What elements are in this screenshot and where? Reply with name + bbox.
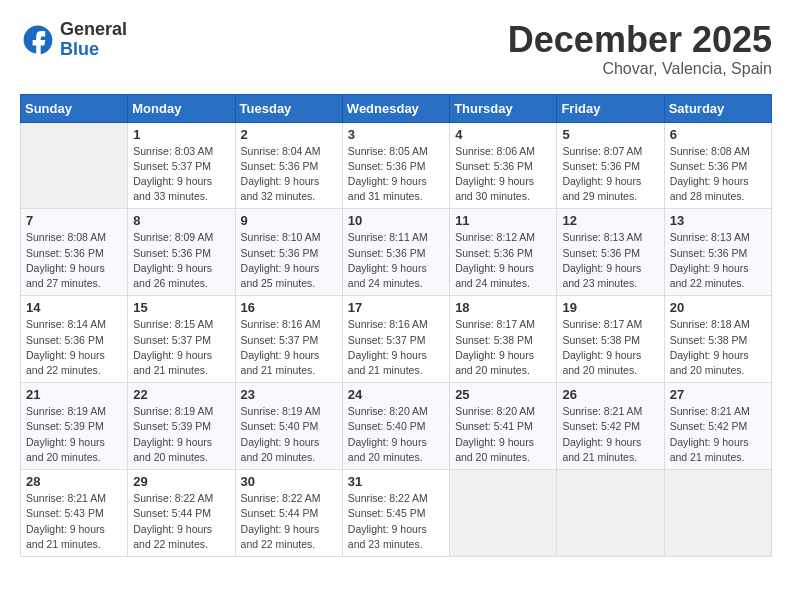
logo-icon	[20, 22, 56, 58]
day-number: 26	[562, 387, 658, 402]
logo: General Blue	[20, 20, 127, 60]
calendar-cell: 5Sunrise: 8:07 AMSunset: 5:36 PMDaylight…	[557, 122, 664, 209]
weekday-header: Wednesday	[342, 94, 449, 122]
day-number: 17	[348, 300, 444, 315]
page-header: General Blue December 2025 Chovar, Valen…	[20, 20, 772, 78]
calendar-cell: 18Sunrise: 8:17 AMSunset: 5:38 PMDayligh…	[450, 296, 557, 383]
day-info: Sunrise: 8:21 AMSunset: 5:43 PMDaylight:…	[26, 491, 122, 552]
day-info: Sunrise: 8:13 AMSunset: 5:36 PMDaylight:…	[562, 230, 658, 291]
day-info: Sunrise: 8:20 AMSunset: 5:40 PMDaylight:…	[348, 404, 444, 465]
day-number: 22	[133, 387, 229, 402]
day-number: 19	[562, 300, 658, 315]
day-info: Sunrise: 8:17 AMSunset: 5:38 PMDaylight:…	[562, 317, 658, 378]
calendar-cell	[450, 470, 557, 557]
calendar-header-row: SundayMondayTuesdayWednesdayThursdayFrid…	[21, 94, 772, 122]
calendar-cell: 29Sunrise: 8:22 AMSunset: 5:44 PMDayligh…	[128, 470, 235, 557]
day-info: Sunrise: 8:03 AMSunset: 5:37 PMDaylight:…	[133, 144, 229, 205]
day-number: 4	[455, 127, 551, 142]
calendar-week-row: 7Sunrise: 8:08 AMSunset: 5:36 PMDaylight…	[21, 209, 772, 296]
weekday-header: Sunday	[21, 94, 128, 122]
calendar-cell: 15Sunrise: 8:15 AMSunset: 5:37 PMDayligh…	[128, 296, 235, 383]
day-number: 29	[133, 474, 229, 489]
day-info: Sunrise: 8:21 AMSunset: 5:42 PMDaylight:…	[670, 404, 766, 465]
calendar-table: SundayMondayTuesdayWednesdayThursdayFrid…	[20, 94, 772, 557]
day-number: 24	[348, 387, 444, 402]
calendar-cell: 11Sunrise: 8:12 AMSunset: 5:36 PMDayligh…	[450, 209, 557, 296]
day-info: Sunrise: 8:12 AMSunset: 5:36 PMDaylight:…	[455, 230, 551, 291]
day-info: Sunrise: 8:18 AMSunset: 5:38 PMDaylight:…	[670, 317, 766, 378]
calendar-cell: 1Sunrise: 8:03 AMSunset: 5:37 PMDaylight…	[128, 122, 235, 209]
location: Chovar, Valencia, Spain	[508, 60, 772, 78]
day-info: Sunrise: 8:13 AMSunset: 5:36 PMDaylight:…	[670, 230, 766, 291]
day-info: Sunrise: 8:05 AMSunset: 5:36 PMDaylight:…	[348, 144, 444, 205]
day-info: Sunrise: 8:19 AMSunset: 5:39 PMDaylight:…	[133, 404, 229, 465]
calendar-cell: 3Sunrise: 8:05 AMSunset: 5:36 PMDaylight…	[342, 122, 449, 209]
logo-blue-text: Blue	[60, 40, 127, 60]
calendar-cell: 27Sunrise: 8:21 AMSunset: 5:42 PMDayligh…	[664, 383, 771, 470]
weekday-header: Thursday	[450, 94, 557, 122]
calendar-cell: 16Sunrise: 8:16 AMSunset: 5:37 PMDayligh…	[235, 296, 342, 383]
calendar-cell: 26Sunrise: 8:21 AMSunset: 5:42 PMDayligh…	[557, 383, 664, 470]
day-number: 15	[133, 300, 229, 315]
day-number: 10	[348, 213, 444, 228]
day-info: Sunrise: 8:07 AMSunset: 5:36 PMDaylight:…	[562, 144, 658, 205]
day-info: Sunrise: 8:20 AMSunset: 5:41 PMDaylight:…	[455, 404, 551, 465]
day-info: Sunrise: 8:22 AMSunset: 5:45 PMDaylight:…	[348, 491, 444, 552]
day-number: 27	[670, 387, 766, 402]
day-info: Sunrise: 8:22 AMSunset: 5:44 PMDaylight:…	[241, 491, 337, 552]
day-number: 21	[26, 387, 122, 402]
calendar-cell: 22Sunrise: 8:19 AMSunset: 5:39 PMDayligh…	[128, 383, 235, 470]
day-number: 3	[348, 127, 444, 142]
day-number: 6	[670, 127, 766, 142]
calendar-cell: 7Sunrise: 8:08 AMSunset: 5:36 PMDaylight…	[21, 209, 128, 296]
calendar-week-row: 21Sunrise: 8:19 AMSunset: 5:39 PMDayligh…	[21, 383, 772, 470]
logo-text: General Blue	[60, 20, 127, 60]
calendar-cell	[21, 122, 128, 209]
weekday-header: Monday	[128, 94, 235, 122]
day-number: 11	[455, 213, 551, 228]
calendar-week-row: 1Sunrise: 8:03 AMSunset: 5:37 PMDaylight…	[21, 122, 772, 209]
day-number: 20	[670, 300, 766, 315]
calendar-week-row: 14Sunrise: 8:14 AMSunset: 5:36 PMDayligh…	[21, 296, 772, 383]
day-number: 14	[26, 300, 122, 315]
day-info: Sunrise: 8:16 AMSunset: 5:37 PMDaylight:…	[348, 317, 444, 378]
day-number: 18	[455, 300, 551, 315]
calendar-cell: 8Sunrise: 8:09 AMSunset: 5:36 PMDaylight…	[128, 209, 235, 296]
calendar-cell: 4Sunrise: 8:06 AMSunset: 5:36 PMDaylight…	[450, 122, 557, 209]
day-number: 30	[241, 474, 337, 489]
day-number: 28	[26, 474, 122, 489]
day-number: 8	[133, 213, 229, 228]
calendar-cell: 9Sunrise: 8:10 AMSunset: 5:36 PMDaylight…	[235, 209, 342, 296]
calendar-cell	[664, 470, 771, 557]
logo-general-text: General	[60, 20, 127, 40]
day-info: Sunrise: 8:16 AMSunset: 5:37 PMDaylight:…	[241, 317, 337, 378]
title-block: December 2025 Chovar, Valencia, Spain	[508, 20, 772, 78]
day-number: 31	[348, 474, 444, 489]
day-info: Sunrise: 8:08 AMSunset: 5:36 PMDaylight:…	[670, 144, 766, 205]
calendar-cell	[557, 470, 664, 557]
calendar-cell: 20Sunrise: 8:18 AMSunset: 5:38 PMDayligh…	[664, 296, 771, 383]
day-number: 5	[562, 127, 658, 142]
day-info: Sunrise: 8:04 AMSunset: 5:36 PMDaylight:…	[241, 144, 337, 205]
day-info: Sunrise: 8:22 AMSunset: 5:44 PMDaylight:…	[133, 491, 229, 552]
calendar-cell: 13Sunrise: 8:13 AMSunset: 5:36 PMDayligh…	[664, 209, 771, 296]
day-info: Sunrise: 8:14 AMSunset: 5:36 PMDaylight:…	[26, 317, 122, 378]
day-info: Sunrise: 8:15 AMSunset: 5:37 PMDaylight:…	[133, 317, 229, 378]
day-info: Sunrise: 8:06 AMSunset: 5:36 PMDaylight:…	[455, 144, 551, 205]
weekday-header: Friday	[557, 94, 664, 122]
calendar-cell: 30Sunrise: 8:22 AMSunset: 5:44 PMDayligh…	[235, 470, 342, 557]
calendar-cell: 6Sunrise: 8:08 AMSunset: 5:36 PMDaylight…	[664, 122, 771, 209]
weekday-header: Saturday	[664, 94, 771, 122]
day-info: Sunrise: 8:09 AMSunset: 5:36 PMDaylight:…	[133, 230, 229, 291]
calendar-cell: 10Sunrise: 8:11 AMSunset: 5:36 PMDayligh…	[342, 209, 449, 296]
calendar-cell: 23Sunrise: 8:19 AMSunset: 5:40 PMDayligh…	[235, 383, 342, 470]
day-info: Sunrise: 8:19 AMSunset: 5:39 PMDaylight:…	[26, 404, 122, 465]
calendar-cell: 28Sunrise: 8:21 AMSunset: 5:43 PMDayligh…	[21, 470, 128, 557]
day-number: 1	[133, 127, 229, 142]
day-number: 13	[670, 213, 766, 228]
calendar-cell: 21Sunrise: 8:19 AMSunset: 5:39 PMDayligh…	[21, 383, 128, 470]
day-number: 25	[455, 387, 551, 402]
day-info: Sunrise: 8:08 AMSunset: 5:36 PMDaylight:…	[26, 230, 122, 291]
day-number: 9	[241, 213, 337, 228]
day-info: Sunrise: 8:10 AMSunset: 5:36 PMDaylight:…	[241, 230, 337, 291]
